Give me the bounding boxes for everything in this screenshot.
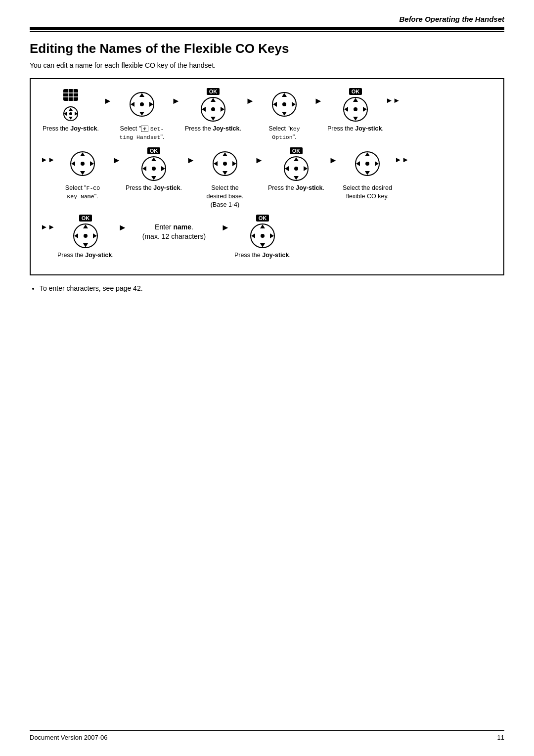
joystick-icon-r2s4 bbox=[283, 155, 310, 181]
step-r2s1: Select "F-COKey Name". bbox=[55, 146, 110, 201]
ok-badge-r1s5: OK bbox=[349, 88, 362, 95]
joystick-icon-r2s5 bbox=[354, 150, 381, 177]
svg-point-64 bbox=[365, 162, 369, 166]
step-r2s2: OK Press the Joy-stick. bbox=[124, 146, 184, 192]
instruction-box: Press the Joy-stick. ► bbox=[30, 78, 504, 275]
arrow-r2-1: ► bbox=[110, 146, 124, 166]
step-r2s2-icon: OK bbox=[140, 146, 167, 181]
double-arrow-r2-end: ►► bbox=[395, 146, 409, 164]
page-title: Editing the Names of the Flexible CO Key… bbox=[30, 41, 504, 56]
svg-marker-61 bbox=[365, 171, 370, 175]
svg-marker-36 bbox=[80, 152, 85, 156]
steps-row-2: ►► Select "F-COKey Name". bbox=[41, 146, 493, 209]
svg-marker-24 bbox=[282, 93, 287, 97]
arrow-r3-2: ► bbox=[219, 214, 232, 233]
ok-badge-r2s2: OK bbox=[147, 147, 161, 154]
svg-marker-55 bbox=[294, 176, 299, 180]
joystick-icon-r1s3 bbox=[200, 96, 226, 122]
step-r1s1-label: Press the Joy-stick. bbox=[43, 125, 99, 133]
arrow-r1-1: ► bbox=[101, 87, 115, 106]
double-arrow-r2-start: ►► bbox=[41, 146, 55, 164]
svg-point-40 bbox=[81, 162, 85, 166]
step-r2s4-icon: OK bbox=[283, 146, 310, 181]
arrow-r3-1: ► bbox=[116, 214, 130, 233]
step-r2s4: OK Press the Joy-stick. bbox=[266, 146, 326, 192]
svg-marker-6 bbox=[69, 108, 73, 111]
svg-marker-26 bbox=[273, 102, 277, 107]
footer-right: 11 bbox=[497, 734, 504, 741]
svg-marker-72 bbox=[260, 224, 265, 228]
svg-marker-33 bbox=[363, 107, 367, 112]
joystick-icon-r1s4 bbox=[271, 91, 298, 118]
svg-marker-67 bbox=[83, 243, 88, 247]
step-r1s3: OK Press the Joy-stick. bbox=[183, 87, 243, 133]
step-r1s4-icon bbox=[271, 87, 298, 122]
step-r2s2-label: Press the Joy-stick. bbox=[126, 184, 182, 192]
svg-marker-32 bbox=[344, 107, 348, 112]
svg-marker-7 bbox=[69, 117, 73, 120]
step-r1s2-label: Select "⚘ Set-ting Handset". bbox=[120, 125, 165, 141]
page-footer: Document Version 2007-06 11 bbox=[30, 730, 504, 741]
svg-marker-15 bbox=[149, 102, 153, 107]
svg-point-76 bbox=[261, 234, 265, 238]
step-r2s3: Select thedesired base.(Base 1-4) bbox=[198, 146, 252, 209]
step-r3s3-icon: OK bbox=[249, 214, 276, 248]
step-r1s2-icon bbox=[129, 87, 155, 122]
svg-marker-44 bbox=[142, 166, 146, 171]
svg-marker-51 bbox=[232, 161, 236, 166]
svg-marker-31 bbox=[353, 117, 358, 121]
header-line-thin bbox=[30, 31, 504, 32]
step-r1s1: Press the Joy-stick. bbox=[41, 87, 101, 133]
settings-icon-inline: ⚘ bbox=[141, 126, 148, 132]
arrow-r2-2: ► bbox=[184, 146, 198, 166]
svg-marker-39 bbox=[90, 161, 94, 166]
joystick-icon-r2s3 bbox=[212, 150, 238, 177]
svg-marker-48 bbox=[222, 152, 227, 156]
step-r3s1: OK Press the Joy-stick. bbox=[55, 214, 116, 260]
svg-marker-20 bbox=[202, 107, 206, 112]
step-r1s4: Select "KeyOption". bbox=[257, 87, 312, 141]
svg-marker-74 bbox=[251, 233, 255, 238]
svg-marker-14 bbox=[131, 102, 134, 107]
arrow-r1-2: ► bbox=[169, 87, 183, 106]
step-r3s2: Enter name.(max. 12 characters) bbox=[130, 214, 219, 241]
svg-point-10 bbox=[69, 112, 72, 115]
step-r3s1-label: Press the Joy-stick. bbox=[57, 251, 114, 260]
bullet-item-1: To enter characters, see page 42. bbox=[40, 284, 504, 292]
svg-marker-75 bbox=[270, 233, 274, 238]
step-r1s5: OK Press the Joy-stick. bbox=[325, 87, 386, 133]
svg-marker-30 bbox=[353, 98, 358, 102]
svg-marker-49 bbox=[222, 171, 227, 175]
joystick-icon-r3s1 bbox=[72, 222, 99, 248]
svg-marker-37 bbox=[80, 171, 85, 175]
svg-marker-66 bbox=[83, 224, 88, 228]
joystick-icon-r2s1 bbox=[69, 150, 96, 177]
svg-point-28 bbox=[282, 102, 286, 106]
step-r1s5-label: Press the Joy-stick. bbox=[327, 125, 384, 133]
step-r1s3-icon: OK bbox=[200, 87, 226, 122]
step-r1s3-label: Press the Joy-stick. bbox=[185, 125, 241, 133]
svg-marker-73 bbox=[260, 243, 265, 247]
step-r1s1-icon bbox=[57, 87, 84, 122]
step-r3s3: OK Press the Joy-stick. bbox=[232, 214, 293, 260]
svg-marker-68 bbox=[74, 233, 78, 238]
svg-marker-38 bbox=[71, 161, 75, 166]
step-r3s1-icon: OK bbox=[72, 214, 99, 248]
ok-badge-r3s3: OK bbox=[256, 215, 269, 222]
arrow-r2-4: ► bbox=[326, 146, 340, 166]
svg-rect-0 bbox=[63, 89, 78, 101]
step-r3s3-label: Press the Joy-stick. bbox=[234, 251, 291, 260]
header-title: Before Operating the Handset bbox=[30, 15, 504, 23]
svg-marker-27 bbox=[292, 102, 296, 107]
svg-marker-57 bbox=[304, 166, 308, 171]
arrow-r1-3: ► bbox=[243, 87, 257, 106]
arrow-r1-4: ► bbox=[312, 87, 325, 106]
step-r2s1-label: Select "F-COKey Name". bbox=[65, 184, 100, 201]
double-arrow-r1-end: ►► bbox=[386, 87, 400, 104]
grid-joystick-icon bbox=[57, 88, 84, 121]
step-r1s2: Select "⚘ Set-ting Handset". bbox=[115, 87, 169, 141]
svg-marker-19 bbox=[211, 117, 216, 121]
svg-marker-69 bbox=[93, 233, 97, 238]
svg-marker-43 bbox=[151, 176, 156, 180]
svg-marker-13 bbox=[139, 112, 144, 116]
